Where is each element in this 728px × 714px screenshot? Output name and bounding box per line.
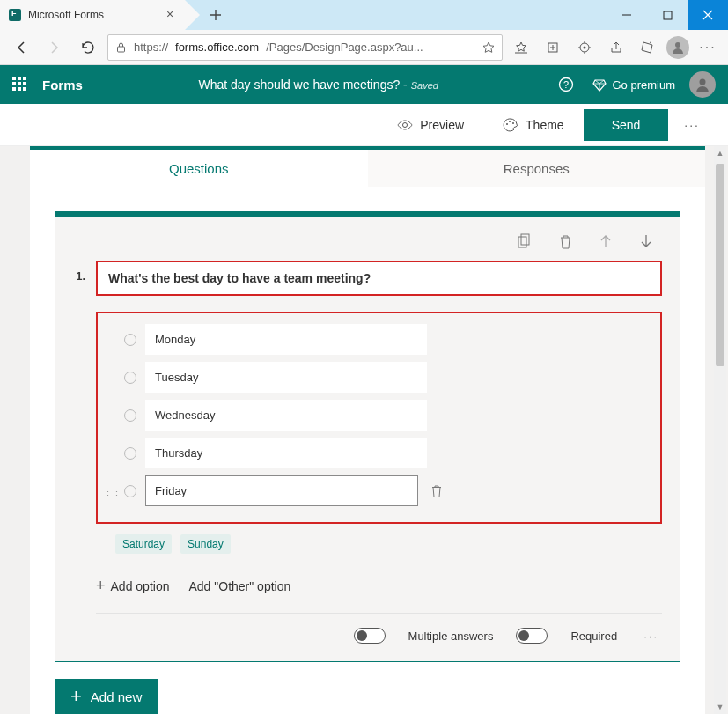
multiple-answers-label: Multiple answers xyxy=(408,629,494,643)
extension-icon[interactable] xyxy=(571,34,598,61)
profile-avatar[interactable] xyxy=(666,36,689,59)
preview-button[interactable]: Preview xyxy=(378,106,483,144)
user-avatar[interactable] xyxy=(689,71,716,98)
option-input[interactable]: Thursday xyxy=(145,438,427,468)
forward-button xyxy=(40,33,69,62)
minimize-button[interactable] xyxy=(607,0,647,30)
lock-icon xyxy=(115,41,127,53)
radio-icon xyxy=(124,409,136,422)
add-other-button[interactable]: Add "Other" option xyxy=(188,579,290,593)
move-down-icon[interactable] xyxy=(634,229,658,254)
premium-diamond-icon xyxy=(592,77,607,92)
tab-title: Microsoft Forms xyxy=(28,9,157,21)
tab-responses[interactable]: Responses xyxy=(368,150,706,187)
multiple-answers-toggle[interactable] xyxy=(354,628,386,644)
reading-view-icon[interactable] xyxy=(482,41,495,54)
send-button[interactable]: Send xyxy=(584,109,669,141)
plus-icon: + xyxy=(70,685,82,708)
go-premium-button[interactable]: Go premium xyxy=(592,77,675,92)
svg-point-10 xyxy=(506,123,508,125)
window-controls xyxy=(607,0,728,30)
add-new-button[interactable]: + Add new xyxy=(55,679,158,714)
question-more-icon[interactable]: ··· xyxy=(640,629,662,643)
copy-question-icon[interactable] xyxy=(512,229,537,254)
close-tab-icon[interactable]: × xyxy=(164,9,176,21)
eye-icon xyxy=(397,119,413,131)
svg-point-9 xyxy=(403,122,408,127)
content-area: Questions Responses 1. What's the best d… xyxy=(0,146,728,714)
suggestion-chips: Saturday Sunday xyxy=(115,534,662,554)
scroll-thumb[interactable] xyxy=(716,164,724,366)
back-button[interactable] xyxy=(7,33,35,62)
vertical-scrollbar[interactable]: ▲ ▼ xyxy=(714,146,726,714)
url-host: forms.office.com xyxy=(175,40,259,54)
suggestion-chip[interactable]: Sunday xyxy=(180,534,231,554)
radio-icon xyxy=(124,485,136,497)
drag-handle-icon[interactable] xyxy=(103,483,115,499)
help-icon[interactable]: ? xyxy=(554,72,578,97)
radio-icon xyxy=(124,334,136,346)
svg-point-8 xyxy=(699,79,705,85)
question-toolbar xyxy=(73,227,662,261)
option-input[interactable]: Tuesday xyxy=(145,362,427,393)
forms-brand[interactable]: Forms xyxy=(42,77,83,92)
svg-rect-14 xyxy=(518,237,526,247)
url-input[interactable]: https://forms.office.com/Pages/DesignPag… xyxy=(107,34,503,61)
tab-questions[interactable]: Questions xyxy=(30,150,368,187)
url-proto: https:// xyxy=(134,40,168,54)
new-tab-button[interactable] xyxy=(201,0,231,30)
suggestion-chip[interactable]: Saturday xyxy=(115,534,172,554)
radio-icon xyxy=(124,372,136,384)
window-titlebar: Microsoft Forms × xyxy=(0,0,728,30)
move-up-icon[interactable] xyxy=(593,229,618,254)
action-bar: Preview Theme Send ··· xyxy=(0,104,728,146)
option-row[interactable]: Wednesday xyxy=(103,396,655,434)
browser-more-icon[interactable]: ··· xyxy=(695,34,721,61)
save-status: Saved xyxy=(411,80,438,91)
required-toggle[interactable] xyxy=(516,628,548,644)
refresh-button[interactable] xyxy=(74,33,102,62)
forms-header: Forms What day should we have meetings? … xyxy=(0,65,728,104)
maximize-button[interactable] xyxy=(647,0,688,30)
question-text-input[interactable]: What's the best day to have a team meeti… xyxy=(96,261,662,296)
address-bar: https://forms.office.com/Pages/DesignPag… xyxy=(0,30,728,65)
forms-favicon-icon xyxy=(9,9,21,21)
notes-icon[interactable] xyxy=(635,34,661,61)
svg-text:?: ? xyxy=(563,79,569,90)
svg-rect-13 xyxy=(521,234,529,245)
options-container: Monday Tuesday Wednesday Thursday Friday xyxy=(96,312,662,524)
favorites-icon[interactable] xyxy=(508,34,534,61)
svg-rect-1 xyxy=(118,47,125,52)
scroll-down-icon[interactable]: ▼ xyxy=(714,700,726,714)
scroll-up-icon[interactable]: ▲ xyxy=(714,146,726,160)
app-launcher-icon[interactable] xyxy=(12,77,28,92)
palette-icon xyxy=(503,118,518,132)
share-icon[interactable] xyxy=(603,34,629,61)
option-row[interactable]: Thursday xyxy=(103,434,655,472)
option-row-editing[interactable]: Friday xyxy=(103,472,655,510)
theme-button[interactable]: Theme xyxy=(483,106,584,144)
option-input[interactable]: Friday xyxy=(145,475,418,506)
svg-point-4 xyxy=(584,46,586,48)
form-tabs: Questions Responses xyxy=(30,146,705,187)
question-number: 1. xyxy=(73,269,85,283)
svg-point-12 xyxy=(512,122,514,124)
option-row[interactable]: Tuesday xyxy=(103,358,655,396)
delete-question-icon[interactable] xyxy=(553,229,577,254)
svg-rect-0 xyxy=(664,11,672,19)
radio-icon xyxy=(124,447,136,460)
plus-icon: + xyxy=(96,577,106,595)
close-window-button[interactable] xyxy=(688,0,728,30)
option-input[interactable]: Monday xyxy=(145,324,427,355)
option-row[interactable]: Monday xyxy=(103,320,655,358)
option-input[interactable]: Wednesday xyxy=(145,400,427,431)
url-path: /Pages/DesignPage.aspx?au... xyxy=(266,40,423,54)
form-title[interactable]: What day should we have meetings? - Save… xyxy=(198,77,438,92)
collections-icon[interactable] xyxy=(540,34,566,61)
add-option-button[interactable]: +Add option xyxy=(96,577,169,595)
actionbar-more-icon[interactable]: ··· xyxy=(668,106,716,144)
browser-tab[interactable]: Microsoft Forms × xyxy=(0,0,185,30)
question-card[interactable]: 1. What's the best day to have a team me… xyxy=(55,211,680,662)
delete-option-icon[interactable] xyxy=(430,484,443,498)
svg-point-5 xyxy=(675,42,680,48)
